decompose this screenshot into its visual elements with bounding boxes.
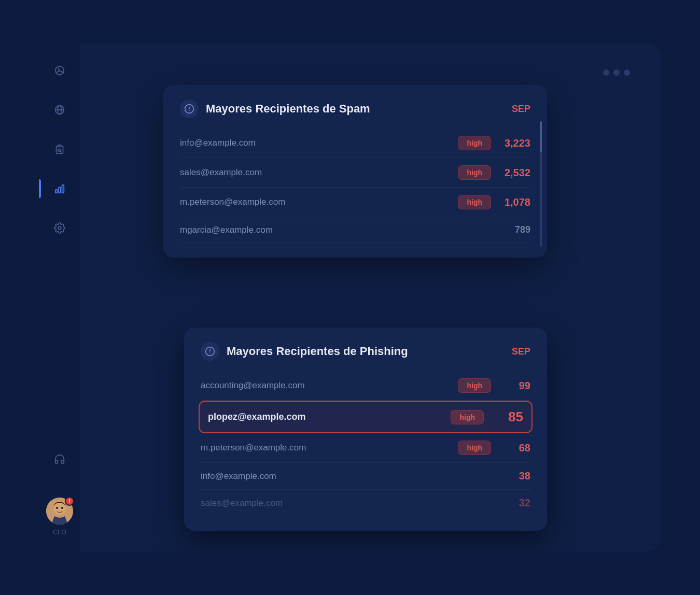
spam-row-1: info@example.com high 3,223 <box>180 129 530 158</box>
sidebar-item-report[interactable] <box>48 138 71 161</box>
spam-email-4: mgarcia@example.com <box>180 225 441 235</box>
phishing-row-5: sales@example.com 32 <box>201 490 530 516</box>
globe-icon <box>54 104 65 116</box>
phishing-badge-3: high <box>458 441 491 455</box>
phishing-badge-1: high <box>458 378 491 393</box>
svg-rect-7 <box>55 190 58 193</box>
headset-icon <box>54 454 65 465</box>
phishing-row-1: accounting@example.com high 99 <box>201 371 530 401</box>
sidebar-item-settings[interactable] <box>48 217 71 239</box>
svg-point-10 <box>58 226 61 230</box>
phishing-card-icon <box>201 342 219 361</box>
spam-card-icon <box>180 100 199 118</box>
sidebar-item-globe[interactable] <box>48 98 71 121</box>
spam-card: Mayores Recipientes de Spam SEP info@exa… <box>163 85 547 258</box>
svg-rect-9 <box>62 185 64 193</box>
spam-email-1: info@example.com <box>180 138 450 148</box>
sidebar-item-chart[interactable] <box>48 177 71 200</box>
gear-icon <box>54 222 65 234</box>
main-content: Mayores Recipientes de Spam SEP info@exa… <box>80 44 661 551</box>
spam-count-2: 2,532 <box>499 167 530 179</box>
phishing-count-3: 68 <box>499 442 530 454</box>
phishing-count-2: 85 <box>492 409 523 425</box>
spam-badge-3: high <box>458 195 491 209</box>
bar-chart-icon <box>54 183 65 194</box>
svg-line-6 <box>60 151 61 152</box>
phishing-email-4: info@example.com <box>201 471 441 481</box>
scroll-thumb <box>540 121 542 152</box>
spam-count-3: 1,078 <box>499 196 530 208</box>
svg-rect-8 <box>59 187 61 193</box>
spam-badge-1: high <box>458 136 491 150</box>
spam-row-4: mgarcia@example.com 789 <box>180 217 530 243</box>
svg-point-13 <box>56 507 58 509</box>
phishing-row-4: info@example.com 38 <box>201 463 530 490</box>
spam-email-2: sales@example.com <box>180 167 450 178</box>
phishing-count-4: 38 <box>499 470 530 482</box>
phishing-count-5: 32 <box>499 497 530 509</box>
phishing-email-5: sales@example.com <box>201 498 441 508</box>
spam-card-header: Mayores Recipientes de Spam SEP <box>180 100 530 118</box>
spam-count-1: 3,223 <box>499 137 530 149</box>
phishing-count-1: 99 <box>499 380 530 392</box>
main-screen: ! CFO Mayores Recip <box>39 44 661 551</box>
sidebar-item-dashboard[interactable] <box>48 59 71 82</box>
phishing-card: Mayores Recipientes de Phishing SEP acco… <box>184 328 547 531</box>
spam-title-wrap: Mayores Recipientes de Spam <box>180 100 370 118</box>
phishing-card-header: Mayores Recipientes de Phishing SEP <box>201 342 530 361</box>
dot-3 <box>624 69 630 76</box>
phishing-card-title: Mayores Recipientes de Phishing <box>227 345 408 358</box>
phishing-badge-2: high <box>451 410 484 424</box>
svg-point-14 <box>61 507 63 509</box>
sidebar-item-support[interactable] <box>48 448 71 471</box>
phishing-email-2: plopez@example.com <box>208 412 442 422</box>
dot-1 <box>603 69 609 76</box>
phishing-row-2-highlighted: plopez@example.com high 85 <box>199 401 533 433</box>
spam-count-4: 789 <box>499 224 530 235</box>
spam-row-3: m.peterson@example.com high 1,078 <box>180 188 530 217</box>
phishing-card-month: SEP <box>512 346 530 357</box>
phishing-email-3: m.peterson@example.com <box>201 443 450 453</box>
spam-card-title: Mayores Recipientes de Spam <box>206 102 370 116</box>
phishing-email-1: accounting@example.com <box>201 380 450 391</box>
phishing-row-3: m.peterson@example.com high 68 <box>201 433 530 463</box>
sidebar: ! CFO <box>39 44 80 551</box>
user-avatar-wrap[interactable]: ! <box>46 498 73 525</box>
speedometer-icon <box>54 65 65 76</box>
user-role-label: CFO <box>53 529 66 536</box>
scroll-bar <box>540 121 542 247</box>
spam-row-2: sales@example.com high 2,532 <box>180 158 530 188</box>
notification-badge: ! <box>65 497 74 506</box>
spam-email-3: m.peterson@example.com <box>180 197 450 207</box>
spam-badge-2: high <box>458 165 491 180</box>
dot-2 <box>613 69 620 76</box>
dots-menu <box>603 69 630 76</box>
clipboard-search-icon <box>54 144 65 155</box>
svg-rect-4 <box>58 145 61 147</box>
spam-card-month: SEP <box>512 104 530 115</box>
phishing-title-wrap: Mayores Recipientes de Phishing <box>201 342 408 361</box>
